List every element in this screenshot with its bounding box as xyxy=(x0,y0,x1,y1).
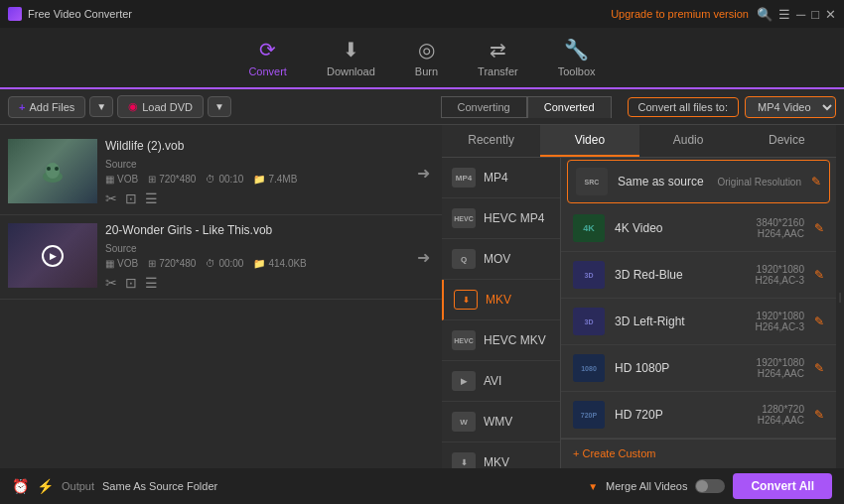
file-item: Wildlife (2).vob Source ▦ VOB ⊞ 720*480 … xyxy=(0,131,442,215)
edit-icon[interactable]: ✎ xyxy=(814,408,824,422)
cut-icon[interactable]: ✂ xyxy=(105,275,117,291)
tab-video[interactable]: Video xyxy=(540,125,638,157)
resolution-icon: ⊞ xyxy=(148,258,156,269)
title-bar: Free Video Converter Upgrade to premium … xyxy=(0,0,844,28)
convert-all-bar: Convert all files to: MP4 Video xyxy=(628,96,836,118)
add-files-button[interactable]: + Add Files xyxy=(8,96,85,118)
quality-item-4k[interactable]: 4K 4K Video 3840*2160 H264,AAC ✎ xyxy=(561,205,836,252)
format-item-wmv[interactable]: W WMV xyxy=(442,402,560,442)
folder-icon: 📁 xyxy=(253,258,265,269)
minimize-icon[interactable]: ─ xyxy=(796,7,805,22)
quality-name: 3D Left-Right xyxy=(615,315,746,328)
meta-size: 📁 414.0KB xyxy=(253,258,306,269)
meta-resolution: ⊞ 720*480 xyxy=(148,258,196,269)
convert-all-button[interactable]: Convert All xyxy=(733,473,832,499)
avi-icon: ▶ xyxy=(452,371,476,391)
hevcmp4-icon: HEVC xyxy=(452,208,476,228)
quality-name: HD 1080P xyxy=(615,361,747,375)
maximize-icon[interactable]: □ xyxy=(811,7,819,22)
merge-toggle[interactable] xyxy=(695,479,725,493)
format-icon: ▦ xyxy=(105,174,114,185)
cut-icon[interactable]: ✂ xyxy=(105,190,117,206)
bottom-icons: ⏰ ⚡ xyxy=(12,478,54,494)
app-title: Free Video Converter xyxy=(28,8,132,20)
quality-item-same-source[interactable]: SRC Same as source Original Resolution ✎ xyxy=(567,160,830,203)
window-controls: 🔍 ☰ ─ □ ✕ xyxy=(757,7,836,22)
crop-icon[interactable]: ⊡ xyxy=(125,190,137,206)
svg-point-2 xyxy=(47,167,51,171)
meta-duration: ⏱ 00:00 xyxy=(206,258,243,269)
mkv2-icon: ⬇ xyxy=(452,452,476,468)
quality-item-3d-lr[interactable]: 3D 3D Left-Right 1920*1080 H264,AC-3 ✎ xyxy=(561,299,836,345)
format-label: WMV xyxy=(484,415,512,429)
format-item-hevcmkv[interactable]: HEVC HEVC MKV xyxy=(442,320,560,361)
resize-handle[interactable]: | xyxy=(836,125,844,468)
crop-icon[interactable]: ⊡ xyxy=(125,275,137,291)
lightning-icon[interactable]: ⚡ xyxy=(37,478,54,494)
arrow-right: ➜ xyxy=(413,139,434,206)
file-list: Wildlife (2).vob Source ▦ VOB ⊞ 720*480 … xyxy=(0,125,442,468)
format-item-hevcmp4[interactable]: HEVC HEVC MP4 xyxy=(442,198,560,239)
quality-item-hd1080[interactable]: 1080 HD 1080P 1920*1080 H264,AAC ✎ xyxy=(561,345,836,392)
mov-icon: Q xyxy=(452,249,476,269)
output-arrow-icon[interactable]: ▼ xyxy=(588,481,598,492)
file-name: Wildlife (2).vob xyxy=(105,139,405,153)
edit-icon[interactable]: ✎ xyxy=(814,361,824,375)
edit-icon[interactable]: ✎ xyxy=(814,268,824,282)
title-bar-right: Upgrade to premium version 🔍 ☰ ─ □ ✕ xyxy=(611,7,836,22)
toolbox-icon: 🔧 xyxy=(564,38,589,62)
nav-transfer[interactable]: ⇄ Transfer xyxy=(478,38,518,77)
format-item-mov[interactable]: Q MOV xyxy=(442,239,560,280)
create-custom-button[interactable]: + Create Custom xyxy=(561,439,836,467)
tab-converted[interactable]: Converted xyxy=(527,96,612,118)
edit-icon[interactable]: ✎ xyxy=(814,315,824,328)
tab-audio[interactable]: Audio xyxy=(639,125,738,157)
nav-burn[interactable]: ◎ Burn xyxy=(415,38,438,77)
nav-bar: ⟳ Convert ⬇ Download ◎ Burn ⇄ Transfer 🔧… xyxy=(0,28,844,89)
clock-bottom-icon[interactable]: ⏰ xyxy=(12,478,29,494)
tab-device[interactable]: Device xyxy=(738,125,836,157)
format-item-mp4[interactable]: MP4 MP4 xyxy=(442,158,560,198)
4k-icon: 4K xyxy=(573,214,605,242)
resolution-icon: ⊞ xyxy=(148,174,156,185)
mkv-icon: ⬇ xyxy=(454,290,478,310)
folder-icon: 📁 xyxy=(253,174,265,185)
settings-icon[interactable]: ☰ xyxy=(145,275,158,291)
nav-toolbox-label: Toolbox xyxy=(558,65,596,77)
tab-converting[interactable]: Converting xyxy=(441,96,527,118)
upgrade-link[interactable]: Upgrade to premium version xyxy=(611,8,749,20)
add-files-dropdown[interactable]: ▼ xyxy=(89,96,113,117)
nav-toolbox[interactable]: 🔧 Toolbox xyxy=(558,38,596,77)
search-icon[interactable]: 🔍 xyxy=(757,7,773,22)
format-item-avi[interactable]: ▶ AVI xyxy=(442,361,560,402)
play-button[interactable]: ▶ xyxy=(42,245,64,267)
3d-red-icon: 3D xyxy=(573,261,605,289)
file-tools: ✂ ⊡ ☰ xyxy=(105,275,405,291)
file-tools: ✂ ⊡ ☰ xyxy=(105,190,405,206)
output-label: Output xyxy=(62,480,94,492)
close-icon[interactable]: ✕ xyxy=(825,7,836,22)
edit-icon[interactable]: ✎ xyxy=(811,175,821,189)
menu-icon[interactable]: ☰ xyxy=(778,7,790,22)
file-meta: ▦ VOB ⊞ 720*480 ⏱ 00:10 📁 7.4MB xyxy=(105,174,405,185)
nav-convert[interactable]: ⟳ Convert xyxy=(248,38,287,77)
load-dvd-label: Load DVD xyxy=(142,101,193,113)
settings-icon[interactable]: ☰ xyxy=(145,190,158,206)
nav-download[interactable]: ⬇ Download xyxy=(327,38,375,77)
edit-icon[interactable]: ✎ xyxy=(814,221,824,235)
tab-recently[interactable]: Recently xyxy=(442,125,540,157)
meta-duration: ⏱ 00:10 xyxy=(206,174,243,185)
svg-point-3 xyxy=(55,167,59,171)
format-item-mkv[interactable]: ⬇ MKV xyxy=(442,280,560,320)
load-dvd-dropdown[interactable]: ▼ xyxy=(208,96,231,117)
quality-item-hd720[interactable]: 720P HD 720P 1280*720 H264,AAC ✎ xyxy=(561,392,836,439)
format-item-mkv2[interactable]: ⬇ MKV xyxy=(442,442,560,468)
convert-all-select[interactable]: MP4 Video xyxy=(745,96,836,118)
quality-res: 1920*1080 H264,AC-3 xyxy=(756,264,804,286)
load-dvd-button[interactable]: ◉ Load DVD xyxy=(117,95,204,118)
quality-item-3d-red[interactable]: 3D 3D Red-Blue 1920*1080 H264,AC-3 ✎ xyxy=(561,252,836,299)
format-label: AVI xyxy=(484,374,501,388)
nav-burn-label: Burn xyxy=(415,65,438,77)
transfer-icon: ⇄ xyxy=(490,38,506,62)
seal-svg xyxy=(38,159,68,184)
